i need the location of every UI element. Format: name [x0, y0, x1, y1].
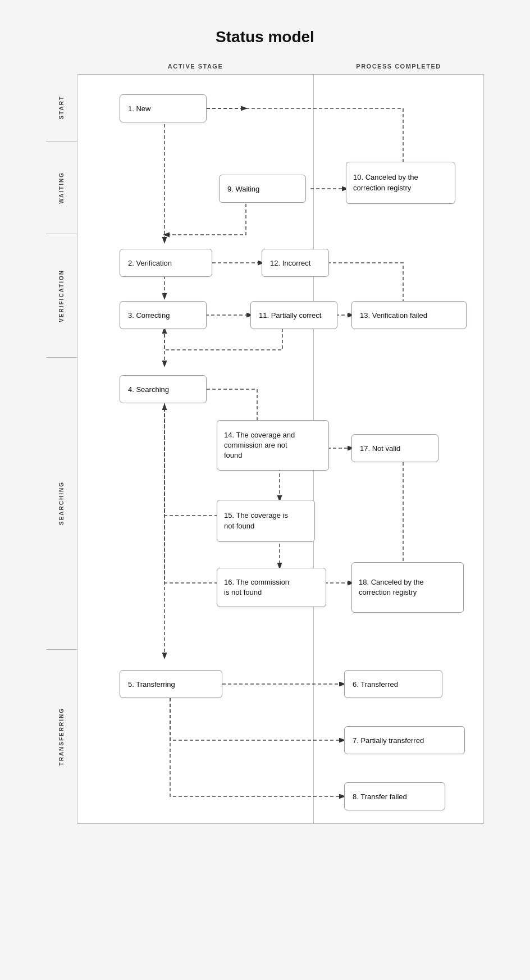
- status-8-transfer-failed: 8. Transfer failed: [344, 782, 445, 810]
- page: Status model ACTIVE STAGE PROCESS COMPLE…: [35, 11, 495, 841]
- status-17-not-valid: 17. Not valid: [351, 434, 438, 462]
- status-14-coverage-commission: 14. The coverage and commission are not …: [217, 420, 329, 471]
- status-1-new: 1. New: [120, 94, 207, 122]
- status-7-partially-transferred: 7. Partially transferred: [344, 726, 465, 754]
- diagram: START WAITING VERIFICATION SEARCHING TRA…: [46, 74, 484, 824]
- status-2-verification: 2. Verification: [120, 249, 212, 277]
- status-6-transferred: 6. Transferred: [344, 670, 442, 698]
- status-11-partially-correct: 11. Partially correct: [250, 301, 337, 329]
- band-searching-label: SEARCHING: [46, 358, 77, 650]
- status-13-verification-failed: 13. Verification failed: [351, 301, 467, 329]
- status-15-coverage-not-found: 15. The coverage is not found: [217, 500, 315, 542]
- status-18-canceled: 18. Canceled by the correction registry: [351, 562, 464, 613]
- status-16-commission-not-found: 16. The commission is not found: [217, 568, 326, 607]
- status-9-waiting: 9. Waiting: [219, 175, 306, 203]
- col-header-active: ACTIVE STAGE: [77, 63, 313, 70]
- status-4-searching: 4. Searching: [120, 375, 207, 403]
- band-transferring-label: TRANSFERRING: [46, 650, 77, 824]
- status-5-transferring: 5. Transferring: [120, 670, 222, 698]
- band-verification-label: VERIFICATION: [46, 234, 77, 358]
- diagram-body: 1. New 9. Waiting 10. Canceled by the co…: [77, 74, 484, 824]
- band-waiting-label: WAITING: [46, 142, 77, 234]
- status-3-correcting: 3. Correcting: [120, 301, 207, 329]
- col-header-completed: PROCESS COMPLETED: [313, 63, 484, 70]
- band-start-label: START: [46, 74, 77, 142]
- status-10-canceled: 10. Canceled by the correction registry: [346, 162, 455, 204]
- page-title: Status model: [46, 28, 484, 46]
- row-labels: START WAITING VERIFICATION SEARCHING TRA…: [46, 74, 77, 824]
- status-12-incorrect: 12. Incorrect: [262, 249, 329, 277]
